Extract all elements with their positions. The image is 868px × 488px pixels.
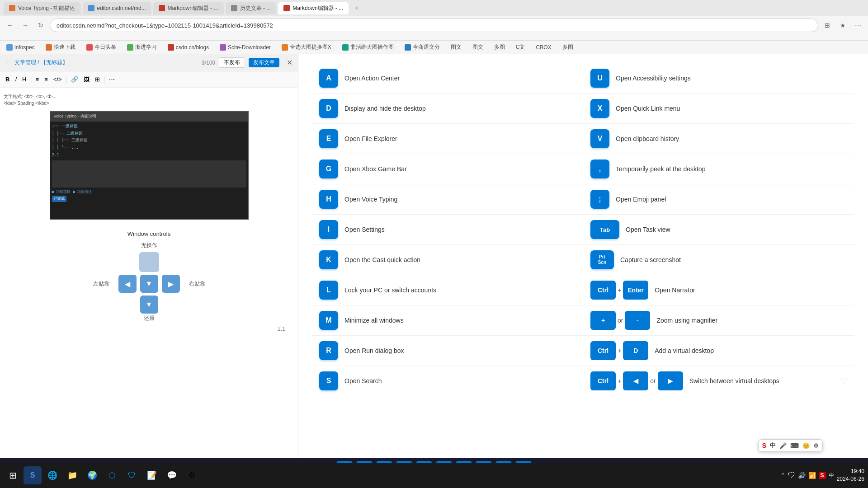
tray-ime-zh[interactable]: 中 <box>829 472 834 479</box>
shortcut-ctrl-D-desc: Add a virtual desktop <box>655 347 847 354</box>
tab-1[interactable]: Voice Typing - 功能描述 <box>4 2 81 14</box>
key-left-arrow: ◀ <box>623 371 648 390</box>
bookmark-icon <box>405 44 411 51</box>
key-enter: Enter <box>623 281 648 300</box>
tray-up-arrow[interactable]: ⌃ <box>781 472 785 479</box>
taskbar-icon-notepad[interactable]: 📝 <box>143 466 161 484</box>
shortcut-G-desc: Open Xbox Game Bar <box>344 165 576 173</box>
window-placeholder <box>139 252 159 272</box>
right-control-button[interactable]: ▶ <box>162 275 180 293</box>
close-icon[interactable]: ✕ <box>287 58 292 67</box>
shortcut-U: U Open Accessibility settings <box>583 63 854 94</box>
ime-mic-icon[interactable]: 🎤 <box>779 442 787 449</box>
bookmark-infospec[interactable]: infospec <box>4 43 38 52</box>
tray-network-icon[interactable]: 📶 <box>808 472 816 479</box>
shortcut-V-desc: Open clipboard history <box>616 135 847 142</box>
taskbar-icon-edge[interactable]: 🌐 <box>43 466 61 484</box>
tab-5[interactable]: Markdown编辑器 - ... <box>278 2 349 14</box>
taskbar-icon-settings[interactable]: ⚙ <box>183 466 201 484</box>
word-count: $/100 <box>202 60 215 66</box>
taskbar-icon-wechat[interactable]: 💬 <box>163 466 181 484</box>
down-control-button[interactable]: ▼ <box>140 275 158 293</box>
tray-sound-icon[interactable]: 🔊 <box>798 472 806 479</box>
bookmark-jinxin[interactable]: 渐进学习 <box>124 42 160 52</box>
shortcut-S-desc: Open Search <box>344 377 576 385</box>
shortcut-G: G Open Xbox Game Bar <box>312 154 583 184</box>
bookmark-tuwen2[interactable]: 图文 <box>470 42 486 52</box>
key-S: S <box>319 371 338 390</box>
start-button[interactable]: ⊞ <box>4 466 22 484</box>
settings-button[interactable]: ⋯ <box>852 19 864 32</box>
key-D: D <box>319 99 338 118</box>
bookmark-cbox[interactable]: CBOX <box>533 43 554 52</box>
bookmark-scite[interactable]: Scite-Downloader <box>217 43 274 52</box>
bookmark-download[interactable]: 快速下载 <box>43 42 78 52</box>
toolbar-H[interactable]: H <box>20 75 28 84</box>
toolbar-code[interactable]: </> <box>52 75 64 84</box>
bookmark-toutiao[interactable]: 今日头条 <box>84 42 119 52</box>
tab-4[interactable]: 历史文章 - ... <box>226 2 277 14</box>
bookmark-icon <box>342 44 349 51</box>
taskbar-icon-folder[interactable]: 📁 <box>63 466 81 484</box>
toolbar-more[interactable]: ⋯ <box>107 75 117 84</box>
toolbar-ol[interactable]: ≡ <box>42 75 50 84</box>
bookmark-jinshang[interactable]: 今商语文分 <box>402 42 443 52</box>
shortcut-comma-desc: Temporarily peek at the desktop <box>616 165 847 173</box>
taskbar-icon-vscode[interactable]: ⬡ <box>103 466 121 484</box>
shortcut-magnifier: + or - Zoom using magnifier <box>583 305 854 336</box>
shortcut-D-desc: Display and hide the desktop <box>344 105 576 112</box>
key-minus: - <box>625 311 650 330</box>
favorite-icon[interactable]: ♡ <box>840 376 847 386</box>
back-arrow[interactable]: ← <box>5 60 11 66</box>
new-tab-button[interactable]: + <box>350 2 363 14</box>
tab-4-icon <box>231 5 237 11</box>
key-I: I <box>319 220 338 239</box>
ime-emoji-icon[interactable]: 😊 <box>802 442 810 449</box>
shortcut-tab-desc: Open Task view <box>626 226 847 233</box>
toolbar-table[interactable]: ⊞ <box>93 75 102 84</box>
toolbar-I[interactable]: I <box>13 75 19 84</box>
forward-button[interactable]: → <box>19 19 32 32</box>
bookmark-tuwen1[interactable]: 图文 <box>448 42 464 52</box>
editor-toolbar: B I H | ≡ ≡ </> | 🔗 🖼 ⊞ | ⋯ <box>0 71 298 88</box>
bookmark-duotu[interactable]: 多图 <box>491 42 508 52</box>
ime-zh-label[interactable]: 中 <box>770 441 776 450</box>
taskbar-icon-defender[interactable]: 🛡 <box>123 466 141 484</box>
toolbar-link[interactable]: 🔗 <box>69 75 80 84</box>
shortcut-prtscn: Prt Scn Capture a screenshot <box>583 245 854 275</box>
tab-3[interactable]: Markdown编辑器 - ... <box>153 2 224 14</box>
publish-button[interactable]: 发布文章 <box>249 58 279 67</box>
extensions-button[interactable]: ⊞ <box>821 19 834 32</box>
tab-2[interactable]: editor.csdn.net/md... <box>83 2 151 14</box>
bookmark-fei[interactable]: 非活绑大图操作图 <box>340 42 396 52</box>
tray-update-icon: 🛡 <box>788 471 795 479</box>
taskbar-icon-sdnpaper[interactable]: S <box>24 466 42 484</box>
restore-button[interactable]: ▼ <box>140 296 158 314</box>
bookmark-csdn[interactable]: csdn.cn/blogs <box>165 43 212 52</box>
cancel-publish-button[interactable]: 不发布 <box>219 57 245 68</box>
bookmark-duotu2[interactable]: 多图 <box>560 42 576 52</box>
left-control-button[interactable]: ◀ <box>118 275 137 293</box>
browser-chrome: Voice Typing - 功能描述 editor.csdn.net/md..… <box>0 0 868 41</box>
shortcut-tab: Tab Open Task view <box>583 215 854 245</box>
toolbar-B[interactable]: B <box>4 75 11 84</box>
bookmark-cwen[interactable]: C文 <box>513 42 528 52</box>
clock-time: 19:40 <box>837 468 864 475</box>
toolbar-image[interactable]: 🖼 <box>82 75 91 84</box>
tab-2-icon <box>88 5 94 11</box>
shortcut-magnifier-desc: Zoom using magnifier <box>656 317 847 324</box>
reload-button[interactable]: ↻ <box>34 19 47 32</box>
taskbar-icon-chrome[interactable]: 🌍 <box>83 466 101 484</box>
favorites-button[interactable]: ★ <box>836 19 849 32</box>
ime-keyboard-icon[interactable]: ⌨ <box>790 442 799 449</box>
toolbar-ul[interactable]: ≡ <box>34 75 41 84</box>
ime-settings-icon[interactable]: ⚙ <box>813 442 819 449</box>
system-clock[interactable]: 19:40 2024-06-26 <box>837 468 864 483</box>
back-button[interactable]: ← <box>4 19 16 32</box>
bookmark-tuanhuan[interactable]: 全选大图提换图X <box>279 42 334 52</box>
bookmark-icon <box>282 44 288 51</box>
shortcut-X-desc: Open Quick Link menu <box>616 105 847 112</box>
shortcut-I-desc: Open Settings <box>344 226 576 233</box>
tray-sdcn-icon[interactable]: S <box>819 472 826 479</box>
address-bar[interactable]: editor.csdn.net/md?not_checkout=1&type=1… <box>50 19 818 32</box>
